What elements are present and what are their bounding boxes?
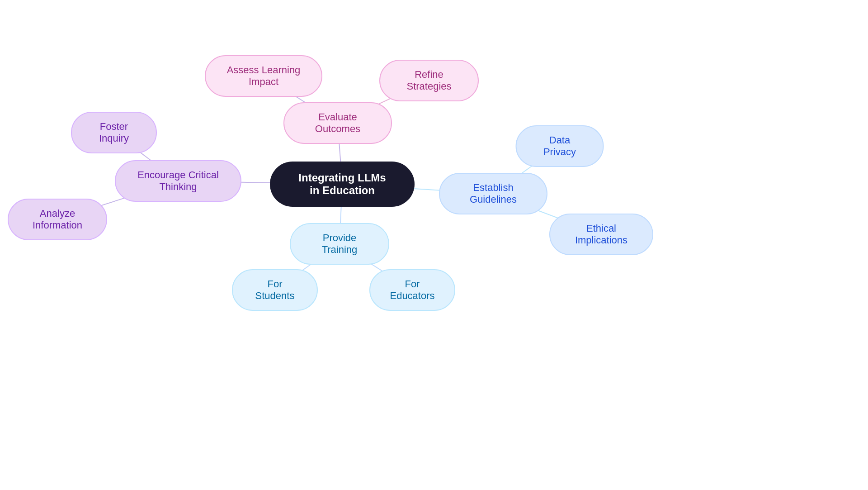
evaluate-outcomes-node: Evaluate Outcomes (283, 102, 392, 144)
analyze-information-node: Analyze Information (8, 199, 107, 240)
for-educators-node: For Educators (369, 269, 455, 311)
for-students-node: For Students (232, 269, 318, 311)
foster-inquiry-node: Foster Inquiry (71, 112, 157, 153)
data-privacy-node: Data Privacy (516, 125, 604, 167)
center-node: Integrating LLMs in Education (270, 162, 415, 207)
assess-learning-impact-node: Assess Learning Impact (205, 55, 322, 97)
provide-training-node: Provide Training (290, 223, 389, 265)
establish-guidelines-node: Establish Guidelines (439, 173, 547, 214)
encourage-critical-thinking-node: Encourage Critical Thinking (115, 160, 241, 202)
ethical-implications-node: Ethical Implications (549, 214, 653, 255)
refine-strategies-node: Refine Strategies (379, 60, 479, 101)
